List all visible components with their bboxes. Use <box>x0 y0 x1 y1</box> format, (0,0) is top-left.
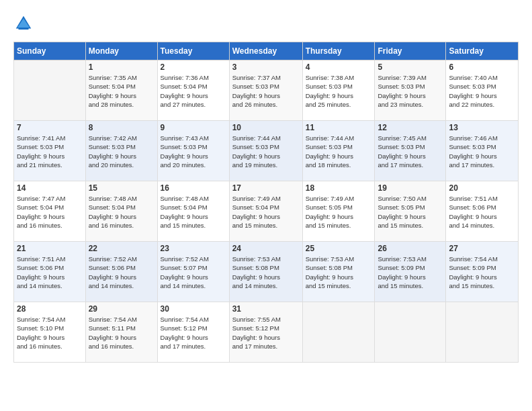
day-info: Sunrise: 7:55 AM Sunset: 5:12 PM Dayligh… <box>232 315 300 351</box>
header <box>13 13 519 34</box>
day-number: 16 <box>161 183 226 193</box>
calendar-cell: 27Sunrise: 7:54 AM Sunset: 5:09 PM Dayli… <box>446 242 519 302</box>
day-info: Sunrise: 7:38 AM Sunset: 5:03 PM Dayligh… <box>306 73 372 109</box>
day-info: Sunrise: 7:44 AM Sunset: 5:03 PM Dayligh… <box>232 134 300 169</box>
day-number: 15 <box>89 183 154 193</box>
calendar-cell: 12Sunrise: 7:45 AM Sunset: 5:03 PM Dayli… <box>375 121 446 181</box>
day-number: 9 <box>161 123 226 132</box>
weekday-header-tuesday: Tuesday <box>157 42 229 60</box>
day-info: Sunrise: 7:43 AM Sunset: 5:03 PM Dayligh… <box>161 134 226 169</box>
weekday-header-monday: Monday <box>85 42 157 60</box>
day-number: 13 <box>449 123 515 132</box>
day-number: 20 <box>449 183 515 193</box>
day-info: Sunrise: 7:44 AM Sunset: 5:03 PM Dayligh… <box>306 134 372 169</box>
day-number: 18 <box>306 183 372 193</box>
day-number: 10 <box>232 123 300 132</box>
calendar-cell: 31Sunrise: 7:55 AM Sunset: 5:12 PM Dayli… <box>229 302 302 363</box>
calendar-table: SundayMondayTuesdayWednesdayThursdayFrid… <box>13 42 519 363</box>
calendar-cell: 24Sunrise: 7:53 AM Sunset: 5:08 PM Dayli… <box>229 242 302 302</box>
day-info: Sunrise: 7:47 AM Sunset: 5:04 PM Dayligh… <box>17 194 83 230</box>
day-number: 6 <box>449 62 515 72</box>
weekday-header-friday: Friday <box>375 42 446 60</box>
day-info: Sunrise: 7:53 AM Sunset: 5:09 PM Dayligh… <box>378 255 443 290</box>
calendar-cell: 5Sunrise: 7:39 AM Sunset: 5:03 PM Daylig… <box>375 60 446 121</box>
calendar-cell <box>302 302 375 363</box>
week-row-2: 14Sunrise: 7:47 AM Sunset: 5:04 PM Dayli… <box>14 181 519 242</box>
weekday-header-sunday: Sunday <box>14 42 86 60</box>
calendar-cell: 13Sunrise: 7:46 AM Sunset: 5:03 PM Dayli… <box>446 121 519 181</box>
calendar-cell: 29Sunrise: 7:54 AM Sunset: 5:11 PM Dayli… <box>85 302 157 363</box>
calendar-cell: 19Sunrise: 7:50 AM Sunset: 5:05 PM Dayli… <box>375 181 446 242</box>
day-number: 29 <box>89 304 154 314</box>
day-info: Sunrise: 7:49 AM Sunset: 5:05 PM Dayligh… <box>306 194 372 230</box>
calendar-cell: 4Sunrise: 7:38 AM Sunset: 5:03 PM Daylig… <box>302 60 375 121</box>
day-info: Sunrise: 7:40 AM Sunset: 5:03 PM Dayligh… <box>449 73 515 109</box>
day-info: Sunrise: 7:54 AM Sunset: 5:12 PM Dayligh… <box>161 315 226 351</box>
day-number: 17 <box>232 183 300 193</box>
calendar-cell: 22Sunrise: 7:52 AM Sunset: 5:06 PM Dayli… <box>85 242 157 302</box>
weekday-header-saturday: Saturday <box>446 42 519 60</box>
calendar-cell: 7Sunrise: 7:41 AM Sunset: 5:03 PM Daylig… <box>14 121 86 181</box>
day-number: 27 <box>449 244 515 253</box>
day-number: 7 <box>17 123 83 132</box>
day-info: Sunrise: 7:54 AM Sunset: 5:11 PM Dayligh… <box>89 315 154 351</box>
day-info: Sunrise: 7:50 AM Sunset: 5:05 PM Dayligh… <box>378 194 443 230</box>
calendar-cell: 21Sunrise: 7:51 AM Sunset: 5:06 PM Dayli… <box>14 242 86 302</box>
svg-rect-2 <box>19 28 29 30</box>
calendar-cell <box>446 302 519 363</box>
calendar-cell: 1Sunrise: 7:35 AM Sunset: 5:04 PM Daylig… <box>85 60 157 121</box>
day-number: 30 <box>161 304 226 314</box>
calendar-cell: 10Sunrise: 7:44 AM Sunset: 5:03 PM Dayli… <box>229 121 302 181</box>
day-number: 5 <box>378 62 443 72</box>
week-row-0: 1Sunrise: 7:35 AM Sunset: 5:04 PM Daylig… <box>14 60 519 121</box>
day-info: Sunrise: 7:42 AM Sunset: 5:03 PM Dayligh… <box>89 134 154 169</box>
day-info: Sunrise: 7:48 AM Sunset: 5:04 PM Dayligh… <box>161 194 226 230</box>
day-info: Sunrise: 7:49 AM Sunset: 5:04 PM Dayligh… <box>232 194 300 230</box>
calendar-cell: 20Sunrise: 7:51 AM Sunset: 5:06 PM Dayli… <box>446 181 519 242</box>
day-info: Sunrise: 7:52 AM Sunset: 5:07 PM Dayligh… <box>161 255 226 290</box>
day-number: 19 <box>378 183 443 193</box>
day-number: 14 <box>17 183 83 193</box>
day-info: Sunrise: 7:45 AM Sunset: 5:03 PM Dayligh… <box>378 134 443 169</box>
day-info: Sunrise: 7:53 AM Sunset: 5:08 PM Dayligh… <box>306 255 372 290</box>
calendar-cell: 3Sunrise: 7:37 AM Sunset: 5:03 PM Daylig… <box>229 60 302 121</box>
day-number: 4 <box>306 62 372 72</box>
week-row-4: 28Sunrise: 7:54 AM Sunset: 5:10 PM Dayli… <box>14 302 519 363</box>
day-info: Sunrise: 7:54 AM Sunset: 5:09 PM Dayligh… <box>449 255 515 290</box>
day-info: Sunrise: 7:53 AM Sunset: 5:08 PM Dayligh… <box>232 255 300 290</box>
calendar-cell: 6Sunrise: 7:40 AM Sunset: 5:03 PM Daylig… <box>446 60 519 121</box>
day-number: 22 <box>89 244 154 253</box>
calendar-cell: 8Sunrise: 7:42 AM Sunset: 5:03 PM Daylig… <box>85 121 157 181</box>
calendar-cell: 16Sunrise: 7:48 AM Sunset: 5:04 PM Dayli… <box>157 181 229 242</box>
day-number: 2 <box>161 62 226 72</box>
day-info: Sunrise: 7:37 AM Sunset: 5:03 PM Dayligh… <box>232 73 300 109</box>
day-number: 11 <box>306 123 372 132</box>
calendar-cell: 28Sunrise: 7:54 AM Sunset: 5:10 PM Dayli… <box>14 302 86 363</box>
calendar-cell: 25Sunrise: 7:53 AM Sunset: 5:08 PM Dayli… <box>302 242 375 302</box>
day-info: Sunrise: 7:35 AM Sunset: 5:04 PM Dayligh… <box>89 73 154 109</box>
calendar-cell: 18Sunrise: 7:49 AM Sunset: 5:05 PM Dayli… <box>302 181 375 242</box>
weekday-header-thursday: Thursday <box>302 42 375 60</box>
logo <box>13 13 36 34</box>
week-row-1: 7Sunrise: 7:41 AM Sunset: 5:03 PM Daylig… <box>14 121 519 181</box>
day-number: 23 <box>161 244 226 253</box>
day-number: 25 <box>306 244 372 253</box>
day-info: Sunrise: 7:36 AM Sunset: 5:04 PM Dayligh… <box>161 73 226 109</box>
day-number: 31 <box>232 304 300 314</box>
calendar-cell: 15Sunrise: 7:48 AM Sunset: 5:04 PM Dayli… <box>85 181 157 242</box>
calendar-cell: 9Sunrise: 7:43 AM Sunset: 5:03 PM Daylig… <box>157 121 229 181</box>
page: SundayMondayTuesdayWednesdayThursdayFrid… <box>0 0 532 411</box>
day-info: Sunrise: 7:39 AM Sunset: 5:03 PM Dayligh… <box>378 73 443 109</box>
calendar-cell: 23Sunrise: 7:52 AM Sunset: 5:07 PM Dayli… <box>157 242 229 302</box>
weekday-header-wednesday: Wednesday <box>229 42 302 60</box>
week-row-3: 21Sunrise: 7:51 AM Sunset: 5:06 PM Dayli… <box>14 242 519 302</box>
calendar-cell: 11Sunrise: 7:44 AM Sunset: 5:03 PM Dayli… <box>302 121 375 181</box>
calendar-cell <box>14 60 86 121</box>
logo-icon <box>13 13 34 34</box>
day-number: 28 <box>17 304 83 314</box>
day-number: 24 <box>232 244 300 253</box>
day-number: 12 <box>378 123 443 132</box>
calendar-cell: 26Sunrise: 7:53 AM Sunset: 5:09 PM Dayli… <box>375 242 446 302</box>
day-info: Sunrise: 7:52 AM Sunset: 5:06 PM Dayligh… <box>89 255 154 290</box>
calendar-cell: 14Sunrise: 7:47 AM Sunset: 5:04 PM Dayli… <box>14 181 86 242</box>
